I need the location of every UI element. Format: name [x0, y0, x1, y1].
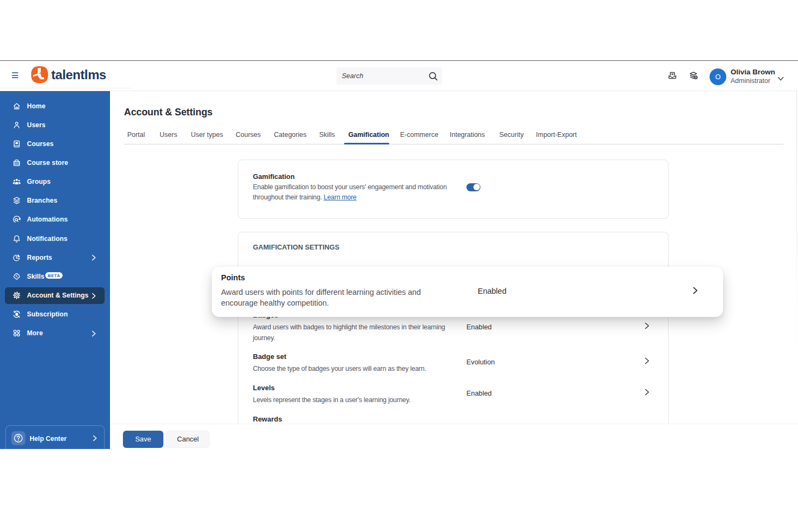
svg-text:$: $: [16, 313, 17, 316]
